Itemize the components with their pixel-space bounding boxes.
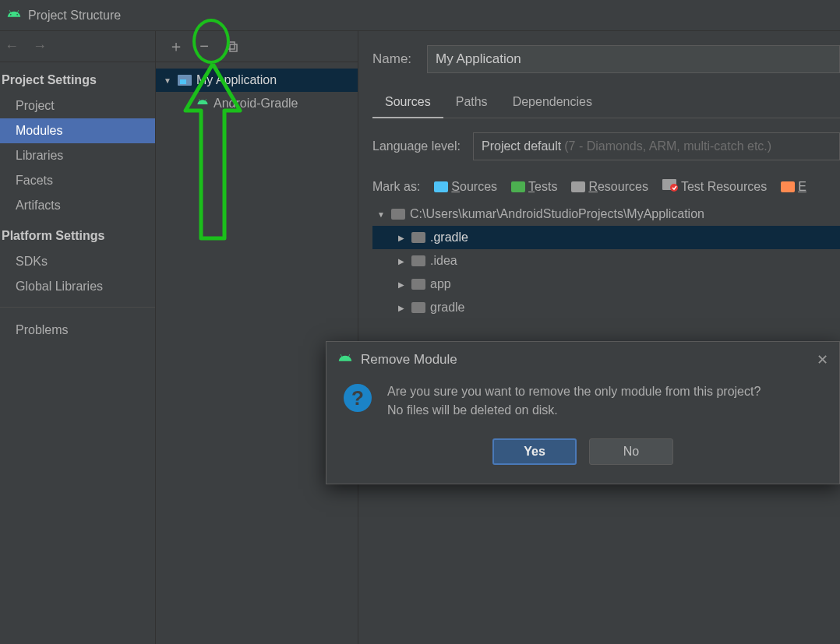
file-tree-item-gradle-dot[interactable]: ▶ .gradle: [372, 226, 840, 249]
module-child-label: Android-Gradle: [214, 97, 298, 111]
file-tree-item-gradle[interactable]: ▶ gradle: [372, 296, 840, 319]
sidebar-item-libraries[interactable]: Libraries: [0, 143, 155, 168]
mark-as-label: Mark as:: [372, 180, 420, 194]
chevron-right-icon[interactable]: ▶: [396, 257, 407, 266]
dialog-message-line2: No files will be deleted on disk.: [387, 401, 761, 420]
file-tree-item-label: .gradle: [430, 231, 468, 245]
sidebar-item-sdks[interactable]: SDKs: [0, 249, 155, 274]
name-row: Name:: [372, 45, 840, 73]
file-tree-item-label: gradle: [430, 301, 464, 315]
detail-panel: Name: Sources Paths Dependencies Languag…: [358, 31, 840, 644]
add-module-icon[interactable]: ＋: [168, 39, 184, 55]
mark-as-sources[interactable]: Sources: [434, 180, 497, 194]
module-tree: ▼ My Application Android-Gradle: [156, 62, 358, 115]
file-tree-item-label: app: [430, 277, 451, 291]
module-tree-root[interactable]: ▼ My Application: [156, 69, 358, 92]
language-level-hint: (7 - Diamonds, ARM, multi-catch etc.): [564, 139, 771, 153]
section-project-settings: Project Settings: [0, 62, 155, 93]
mark-as-test-resources[interactable]: Test Resources: [662, 179, 767, 195]
tab-paths[interactable]: Paths: [443, 89, 500, 118]
svg-rect-0: [230, 44, 237, 51]
svg-point-5: [670, 184, 678, 192]
tab-sources[interactable]: Sources: [372, 89, 443, 118]
copy-module-icon[interactable]: [224, 39, 240, 55]
mark-as-excluded[interactable]: E: [781, 180, 806, 194]
close-icon[interactable]: ✕: [817, 351, 828, 368]
yes-button[interactable]: Yes: [492, 438, 577, 465]
android-icon: [337, 350, 353, 370]
sidebar-divider: [0, 307, 155, 308]
remove-module-dialog: Remove Module ✕ ? Are you sure you want …: [326, 341, 840, 484]
file-tree-root-label: C:\Users\kumar\AndroidStudioProjects\MyA…: [410, 207, 704, 221]
module-root-label: My Application: [196, 73, 277, 87]
sidebar-item-artifacts[interactable]: Artifacts: [0, 193, 155, 218]
sidebar-item-modules[interactable]: Modules: [0, 118, 155, 143]
mark-as-resources[interactable]: Resources: [571, 180, 648, 194]
folder-icon: [391, 209, 405, 220]
remove-module-icon[interactable]: −: [196, 39, 212, 55]
question-icon: ?: [342, 382, 373, 420]
nav-back-icon[interactable]: ←: [5, 38, 19, 55]
chevron-down-icon[interactable]: ▼: [162, 76, 173, 85]
file-tree-item-idea[interactable]: ▶ .idea: [372, 249, 840, 273]
window-title: Project Structure: [28, 9, 121, 23]
sidebar-item-problems[interactable]: Problems: [0, 315, 155, 343]
section-platform-settings: Platform Settings: [0, 218, 155, 249]
module-toolbar: ＋ −: [156, 31, 358, 62]
sidebar-item-global-libraries[interactable]: Global Libraries: [0, 274, 155, 299]
sidebar: ← → Project Settings Project Modules Lib…: [0, 31, 156, 644]
folder-test-resources-icon: [662, 179, 678, 195]
svg-text:?: ?: [351, 386, 364, 410]
module-tree-child[interactable]: Android-Gradle: [156, 92, 358, 115]
file-tree: ▼ C:\Users\kumar\AndroidStudioProjects\M…: [372, 202, 840, 319]
sidebar-item-project[interactable]: Project: [0, 93, 155, 118]
dialog-body: ? Are you sure you want to remove the on…: [326, 378, 839, 424]
titlebar: Project Structure: [0, 0, 840, 31]
name-input[interactable]: [427, 45, 840, 73]
file-tree-root[interactable]: ▼ C:\Users\kumar\AndroidStudioProjects\M…: [372, 202, 840, 226]
chevron-down-icon[interactable]: ▼: [376, 210, 386, 219]
folder-icon: [411, 232, 425, 243]
file-tree-item-app[interactable]: ▶ app: [372, 273, 840, 296]
language-level-row: Language level: Project default (7 - Dia…: [372, 132, 840, 160]
detail-tabs: Sources Paths Dependencies: [372, 89, 840, 118]
android-icon: [6, 6, 22, 25]
folder-resources-icon: [571, 181, 585, 192]
svg-rect-3: [180, 79, 186, 84]
folder-excluded-icon: [781, 181, 795, 192]
dialog-buttons: Yes No: [326, 438, 839, 465]
folder-tests-icon: [511, 181, 525, 192]
nav-arrows: ← →: [0, 31, 155, 62]
dialog-titlebar: Remove Module ✕: [326, 342, 839, 378]
chevron-right-icon[interactable]: ▶: [396, 234, 407, 242]
dialog-message: Are you sure you want to remove the only…: [387, 382, 761, 420]
language-level-label: Language level:: [372, 139, 461, 153]
folder-icon: [411, 255, 425, 266]
svg-rect-1: [228, 42, 235, 49]
name-label: Name:: [372, 51, 411, 67]
dialog-title: Remove Module: [361, 352, 457, 368]
nav-forward-icon[interactable]: →: [33, 38, 47, 55]
tab-dependencies[interactable]: Dependencies: [500, 89, 605, 118]
language-level-select[interactable]: Project default (7 - Diamonds, ARM, mult…: [473, 132, 840, 160]
language-level-value: Project default: [482, 139, 561, 153]
folder-icon: [411, 302, 425, 313]
mark-as-row: Mark as: Sources Tests Resources Test Re…: [372, 179, 840, 195]
folder-icon: [411, 279, 425, 290]
module-folder-icon: [178, 75, 192, 86]
sidebar-item-facets[interactable]: Facets: [0, 168, 155, 193]
file-tree-item-label: .idea: [430, 254, 457, 268]
no-button[interactable]: No: [589, 438, 673, 465]
android-small-icon: [196, 96, 209, 111]
folder-sources-icon: [434, 181, 448, 192]
mark-as-tests[interactable]: Tests: [511, 180, 557, 194]
dialog-message-line1: Are you sure you want to remove the only…: [387, 382, 761, 401]
chevron-right-icon[interactable]: ▶: [396, 280, 407, 289]
chevron-right-icon[interactable]: ▶: [396, 304, 407, 312]
module-panel: ＋ − ▼ My Application Android-Gradle: [156, 31, 358, 644]
